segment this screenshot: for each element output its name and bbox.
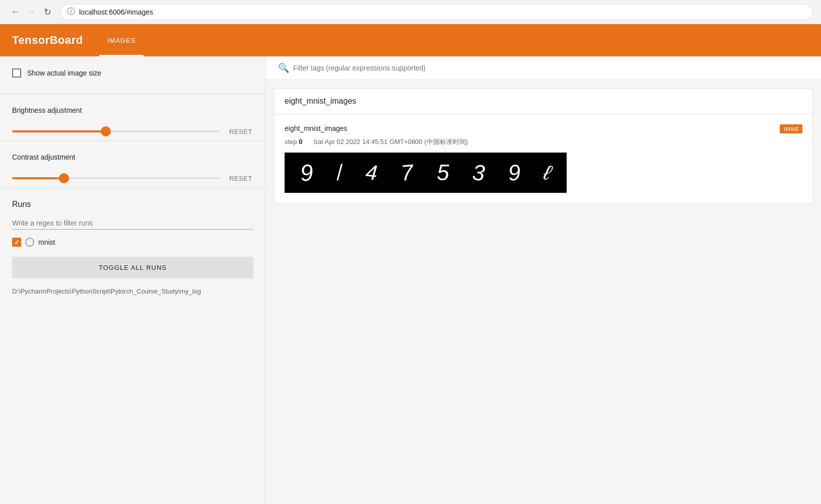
toggle-all-runs-button[interactable]: TOGGLE ALL RUNS xyxy=(12,257,253,278)
filter-search-icon: 🔍 xyxy=(278,62,289,74)
forward-button[interactable]: → xyxy=(24,5,38,19)
image-section-0: eight_mnist_images eight_mnist_images mn… xyxy=(274,88,813,203)
mnist-image: 9 / 4 7 5 3 9 ℓ xyxy=(285,153,567,193)
filter-tags-input[interactable] xyxy=(293,64,809,72)
run-checkbox-mnist[interactable] xyxy=(12,238,21,247)
image-card-header: eight_mnist_images mnist xyxy=(285,124,802,133)
runs-filter-input[interactable] xyxy=(12,217,253,230)
digit-3: 7 xyxy=(400,161,414,184)
filter-bar: 🔍 xyxy=(266,56,821,80)
image-card-0: eight_mnist_images mnist step 0 Sat Apr … xyxy=(275,114,812,203)
run-name-mnist: mnist xyxy=(38,238,55,246)
sidebar: Show actual image size Brightness adjust… xyxy=(0,56,266,504)
step-value: 0 xyxy=(299,138,302,146)
contrast-thumb[interactable] xyxy=(59,173,69,183)
digit-1: / xyxy=(335,162,345,183)
log-path: D:\PycharmProjects\PythonScript\Pytorch_… xyxy=(12,286,253,297)
brightness-reset-button[interactable]: RESET xyxy=(228,128,253,135)
content-area: 🔍 eight_mnist_images eight_mnist_images … xyxy=(266,56,821,504)
digit-strip: 9 / 4 7 5 3 9 ℓ xyxy=(285,153,567,193)
main-nav: IMAGES xyxy=(99,24,144,56)
contrast-fill xyxy=(12,177,64,179)
digit-7: ℓ xyxy=(541,162,554,184)
contrast-section: Contrast adjustment RESET xyxy=(12,153,253,183)
runs-section: Runs mnist TOGGLE ALL RUNS D:\PycharmPro… xyxy=(12,200,253,297)
run-color-swatch-mnist[interactable] xyxy=(25,238,34,247)
show-image-size-row: Show actual image size xyxy=(12,68,253,78)
mnist-badge: mnist xyxy=(780,124,802,133)
digit-0: 9 xyxy=(299,161,314,185)
divider-3 xyxy=(0,187,265,188)
nav-buttons: ← → ↻ xyxy=(8,5,54,19)
brightness-slider[interactable] xyxy=(12,130,220,132)
reload-button[interactable]: ↻ xyxy=(40,5,54,19)
contrast-reset-button[interactable]: RESET xyxy=(228,175,253,182)
info-icon: ⓘ xyxy=(67,7,75,17)
contrast-label: Contrast adjustment xyxy=(12,153,253,161)
brightness-thumb[interactable] xyxy=(101,126,111,136)
runs-title: Runs xyxy=(12,200,253,209)
timestamp: Sat Apr 02 2022 14:45:51 GMT+0800 (中国标准时… xyxy=(313,138,468,146)
url-text: localhost:6006/#images xyxy=(79,8,153,16)
digit-2: 4 xyxy=(365,162,379,184)
run-item-mnist: mnist xyxy=(12,238,253,247)
digit-4: 5 xyxy=(437,162,449,184)
image-card-meta: step 0 Sat Apr 02 2022 14:45:51 GMT+0800… xyxy=(285,137,802,147)
tensorboard-header: TensorBoard IMAGES xyxy=(0,24,821,56)
tensorboard-logo: TensorBoard xyxy=(12,34,83,47)
step-label: step xyxy=(285,138,297,146)
browser-chrome: ← → ↻ ⓘ localhost:6006/#images xyxy=(0,0,821,24)
brightness-fill xyxy=(12,130,106,132)
main-layout: Show actual image size Brightness adjust… xyxy=(0,56,821,504)
address-bar: ⓘ localhost:6006/#images xyxy=(60,4,813,20)
divider-2 xyxy=(0,140,265,141)
contrast-slider[interactable] xyxy=(12,177,220,179)
brightness-label: Brightness adjustment xyxy=(12,106,253,114)
brightness-section: Brightness adjustment RESET xyxy=(12,106,253,136)
contrast-slider-row: RESET xyxy=(12,173,253,183)
image-card-title: eight_mnist_images xyxy=(285,124,348,132)
image-section-title: eight_mnist_images xyxy=(275,89,812,114)
show-image-size-checkbox[interactable] xyxy=(12,68,21,78)
digit-6: 9 xyxy=(507,161,521,184)
show-image-size-label: Show actual image size xyxy=(27,69,101,77)
back-button[interactable]: ← xyxy=(8,5,22,19)
divider-1 xyxy=(0,94,265,94)
brightness-slider-row: RESET xyxy=(12,126,253,136)
nav-item-images[interactable]: IMAGES xyxy=(99,24,144,56)
digit-5: 3 xyxy=(471,161,486,184)
